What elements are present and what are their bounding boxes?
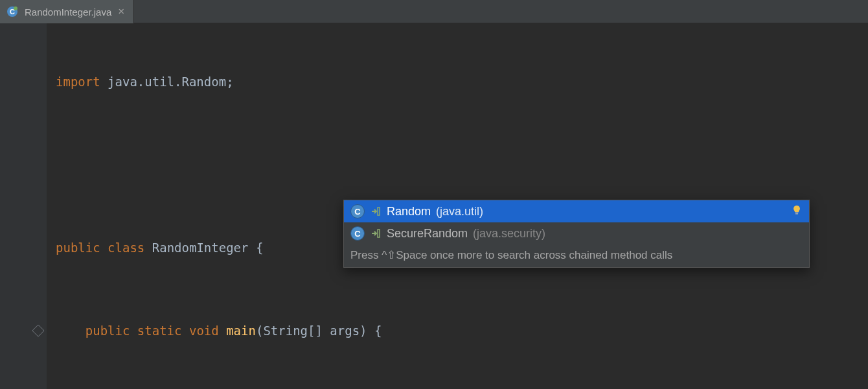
completion-package: (java.util) [436, 205, 483, 218]
svg-rect-3 [378, 207, 380, 215]
code-editor[interactable]: import java.util.Random; public class Ra… [0, 23, 868, 389]
lightbulb-icon[interactable] [791, 204, 803, 219]
svg-point-2 [14, 6, 17, 10]
completion-name: SecureRandom [387, 227, 468, 241]
editor-tab-bar: C RandomInteger.java × [0, 0, 868, 23]
svg-rect-4 [795, 212, 799, 213]
tab-filename: RandomInteger.java [25, 6, 111, 18]
class-icon: C [350, 204, 365, 218]
import-icon [370, 228, 382, 239]
import-icon [370, 206, 382, 217]
completion-name: Random [387, 205, 431, 218]
close-icon[interactable]: × [118, 6, 124, 17]
file-tab[interactable]: C RandomInteger.java × [0, 0, 134, 23]
completion-popup: C Random (java.util) C SecureRandom (jav… [343, 200, 810, 268]
completion-item[interactable]: C Random (java.util) [344, 200, 809, 222]
java-class-icon: C [6, 6, 18, 18]
svg-rect-6 [378, 230, 380, 237]
completion-item[interactable]: C SecureRandom (java.security) [344, 222, 809, 244]
svg-rect-5 [795, 213, 798, 214]
completion-package: (java.security) [473, 227, 545, 241]
completion-hint: Press ^⇧Space once more to search across… [344, 244, 809, 267]
class-icon: C [350, 226, 365, 241]
fold-icon[interactable] [0, 326, 47, 335]
